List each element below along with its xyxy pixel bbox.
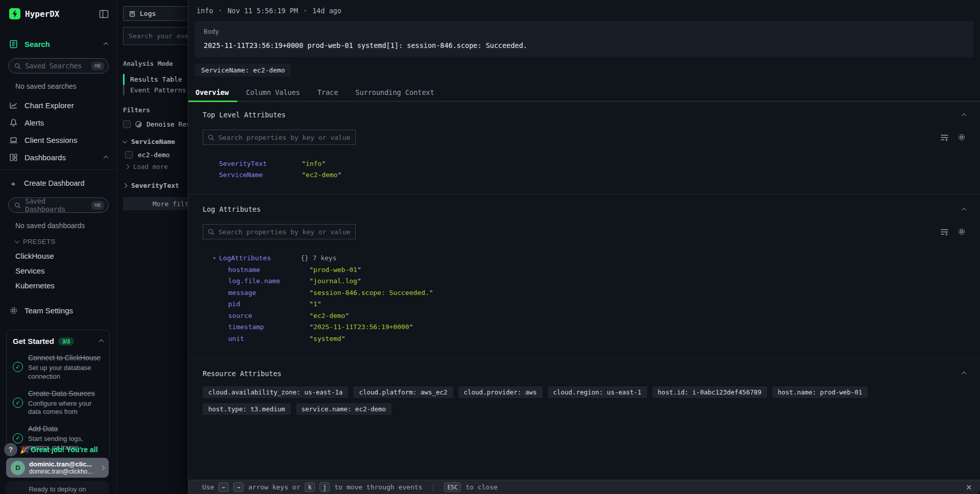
sidebar-item-team-settings[interactable]: Team Settings xyxy=(0,304,117,316)
chevron-up-icon[interactable] xyxy=(104,42,109,47)
attribute-value[interactable]: ec2-demo xyxy=(302,171,341,179)
attribute-value[interactable]: ec2-demo xyxy=(309,312,349,319)
attribute-key[interactable]: SeverityText xyxy=(219,160,302,167)
sidebar-item-label: Chart Explorer xyxy=(24,101,108,110)
user-menu[interactable]: D dominic.tran@clic... dominic.tran@clic… xyxy=(6,458,109,478)
saved-dashboards-input[interactable]: Saved Dashboards ⌘K xyxy=(8,197,109,213)
footer-text: Use xyxy=(202,483,214,491)
tab-trace[interactable]: Trace xyxy=(309,85,347,101)
help-button[interactable]: ? xyxy=(4,443,17,456)
sidebar-item-label: Client Sessions xyxy=(24,136,108,144)
create-dashboard-button[interactable]: + Create Dashboard xyxy=(0,177,117,189)
resource-chip[interactable]: cloud.availability_zone: us-east-1a xyxy=(203,386,348,398)
presets-label: PRESETS xyxy=(23,238,55,245)
resource-chip[interactable]: service.name: ec2-demo xyxy=(296,403,392,415)
denoise-checkbox[interactable] xyxy=(123,120,131,128)
filter-group-servicename[interactable]: ServiceName xyxy=(123,138,188,145)
sidebar-item-label: Dashboards xyxy=(24,153,97,162)
attribute-value[interactable]: journal.log xyxy=(309,277,361,285)
attribute-value[interactable]: 1 xyxy=(309,300,321,308)
attribute-key[interactable]: log.file.name xyxy=(228,277,309,285)
attribute-key[interactable]: pid xyxy=(228,300,309,308)
get-started-item[interactable]: ✓ Create Data Sources Configure where yo… xyxy=(13,389,103,417)
chevron-up-icon[interactable] xyxy=(99,339,104,344)
sidebar: HyperDX Search Saved Searches ⌘K No save… xyxy=(0,0,117,494)
caret-down-icon[interactable]: ▾ xyxy=(213,255,219,261)
collapse-section-icon[interactable] xyxy=(962,113,967,118)
get-started-title: Get Started xyxy=(13,337,54,345)
severity-text: info xyxy=(197,7,213,15)
mode-event-patterns[interactable]: Event Patterns xyxy=(123,85,188,95)
attribute-key[interactable]: LogAttributes xyxy=(219,254,301,262)
close-icon[interactable]: × xyxy=(966,482,972,492)
sidebar-item-chart-explorer[interactable]: Chart Explorer xyxy=(0,99,117,111)
saved-searches-input[interactable]: Saved Searches ⌘K xyxy=(8,58,109,73)
sidebar-item-label: Alerts xyxy=(24,118,108,127)
shortcut-badge: ⌘K xyxy=(91,201,104,210)
attribute-tree-root[interactable]: ▾ LogAttributes {} 7 keys xyxy=(203,252,966,264)
tab-overview[interactable]: Overview xyxy=(188,85,237,101)
search-icon xyxy=(208,229,214,235)
attribute-value[interactable]: 2025-11-11T23:56:19+0000 xyxy=(309,323,413,331)
gear-icon[interactable] xyxy=(958,228,966,236)
attribute-row: timestamp 2025-11-11T23:56:19+0000 xyxy=(203,322,966,333)
source-selector-label: Logs xyxy=(140,10,156,17)
task-subtitle: Set up your database connection xyxy=(28,364,103,381)
attribute-key[interactable]: timestamp xyxy=(228,323,309,331)
saved-dashboards-placeholder: Saved Dashboards xyxy=(25,197,87,213)
property-search-input[interactable]: Search properties by key or value xyxy=(203,130,356,145)
preset-item-clickhouse[interactable]: ClickHouse xyxy=(15,252,117,260)
service-name-tag[interactable]: ServiceName: ec2-demo xyxy=(195,64,291,77)
collapse-section-icon[interactable] xyxy=(962,372,967,377)
resource-chip[interactable]: host.id: i-0abc123def456789 xyxy=(652,386,767,398)
gear-icon[interactable] xyxy=(958,133,966,141)
sidebar-item-client-sessions[interactable]: Client Sessions xyxy=(0,134,117,146)
resource-chip[interactable]: host.type: t3.medium xyxy=(203,403,291,415)
attribute-key[interactable]: unit xyxy=(228,335,309,342)
footer-text: to move through events xyxy=(334,483,422,491)
more-filters-button[interactable]: More filters xyxy=(123,197,188,210)
sidebar-item-alerts[interactable]: Alerts xyxy=(0,116,117,129)
resource-chip[interactable]: cloud.region: us-east-1 xyxy=(548,386,647,398)
presets-toggle[interactable]: PRESETS xyxy=(15,238,117,245)
attribute-value[interactable]: systemd xyxy=(309,335,345,342)
collapse-section-icon[interactable] xyxy=(962,207,967,212)
attribute-key[interactable]: message xyxy=(228,289,309,297)
filter-group-severitytext[interactable]: SeverityText xyxy=(123,182,188,189)
resource-chip[interactable]: cloud.platform: aws_ec2 xyxy=(353,386,453,398)
attribute-key[interactable]: hostname xyxy=(228,266,309,274)
attribute-key[interactable]: ServiceName xyxy=(219,171,302,179)
attribute-value[interactable]: prod-web-01 xyxy=(309,266,361,274)
event-search-input[interactable]: Search your events xyxy=(123,27,188,45)
denoise-label: Denoise Results xyxy=(146,120,188,128)
get-started-item[interactable]: ✓ Connect to ClickHouse Set up your data… xyxy=(13,353,103,381)
tab-column-values[interactable]: Column Values xyxy=(237,85,309,101)
collapse-sidebar-icon[interactable] xyxy=(99,10,109,18)
preset-item-kubernetes[interactable]: Kubernetes xyxy=(15,281,117,290)
wrap-lines-icon[interactable] xyxy=(940,228,949,236)
laptop-icon xyxy=(9,136,18,144)
wrap-lines-icon[interactable] xyxy=(940,134,949,141)
tab-surrounding-context[interactable]: Surrounding Context xyxy=(347,85,443,101)
resource-chip[interactable]: cloud.provider: aws xyxy=(458,386,543,398)
keys-count: {} 7 keys xyxy=(301,254,336,262)
esc-key: ESC xyxy=(444,482,461,492)
attribute-key[interactable]: source xyxy=(228,312,309,319)
preset-item-services[interactable]: Services xyxy=(15,266,117,275)
source-selector-button[interactable]: Logs xyxy=(123,6,188,21)
resource-chip[interactable]: host.name: prod-web-01 xyxy=(772,386,868,398)
ec2-demo-checkbox[interactable] xyxy=(125,151,133,159)
no-saved-searches-text: No saved searches xyxy=(15,82,117,90)
task-subtitle: Configure where your data comes from xyxy=(28,400,103,417)
load-more-button[interactable]: Load more xyxy=(123,163,188,170)
attribute-value[interactable]: info xyxy=(302,160,326,167)
filters-label: Filters xyxy=(123,106,188,114)
attribute-value[interactable]: session-846.scope: Succeeded. xyxy=(309,289,433,297)
attribute-row: message session-846.scope: Succeeded. xyxy=(203,287,966,299)
body-text: 2025-11-11T23:56:19+0000 prod-web-01 sys… xyxy=(204,41,965,50)
mode-results-table[interactable]: Results Table xyxy=(123,74,188,85)
sidebar-item-search[interactable]: Search xyxy=(0,38,117,50)
property-search-input[interactable]: Search properties by key or value xyxy=(203,224,356,239)
chevron-up-icon[interactable] xyxy=(104,155,109,160)
sidebar-item-dashboards[interactable]: Dashboards xyxy=(0,151,117,163)
